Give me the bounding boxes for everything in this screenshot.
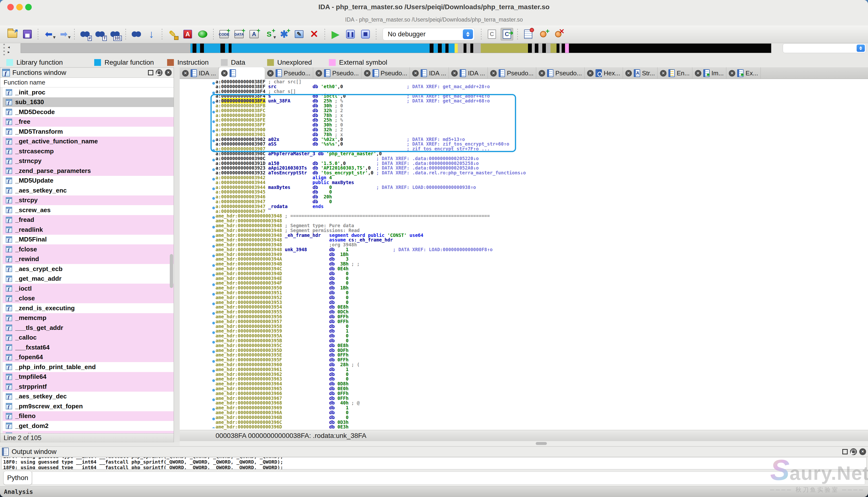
patch-icon[interactable]: ✎	[166, 28, 179, 40]
navband-drag-handle[interactable]	[3, 44, 5, 57]
function-row[interactable]: _rewind	[0, 254, 174, 264]
close-tab-icon[interactable]: ✕	[587, 70, 594, 76]
rename-icon[interactable]: A+	[248, 28, 260, 40]
python-interpreter-button[interactable]: Python	[3, 471, 32, 485]
close-output-icon[interactable]: ×	[859, 448, 866, 455]
create-string-icon[interactable]: S+▼	[263, 28, 275, 40]
navigate-forward-icon[interactable]: ➡▼	[57, 28, 70, 40]
close-panel-icon[interactable]: ×	[165, 69, 172, 76]
undefine-icon[interactable]: ✕	[308, 28, 321, 40]
close-tab-icon[interactable]: ✕	[451, 70, 458, 76]
tab-hex[interactable]: ✕Hex...	[585, 67, 623, 79]
function-row[interactable]: _aes_setkey_dec	[0, 392, 174, 401]
function-row[interactable]: _free	[0, 117, 174, 127]
stepper-icon[interactable]	[857, 45, 865, 52]
function-row[interactable]: _malloc	[0, 431, 174, 434]
function-row[interactable]: _pm9screw_ext_fopen	[0, 401, 174, 411]
function-row[interactable]: _get_mac_addr	[0, 274, 174, 284]
navigation-band[interactable]	[20, 43, 771, 53]
breakpoint-add-icon[interactable]: +	[537, 28, 550, 40]
function-row[interactable]: _strpprintf	[0, 382, 174, 392]
close-tab-icon[interactable]: ✕	[267, 70, 274, 76]
create-data-icon[interactable]: DATA+	[233, 28, 245, 40]
tab-ida[interactable]: ✕IDA ...	[449, 67, 488, 79]
produce-c-file-icon[interactable]: C	[486, 28, 498, 40]
close-tab-icon[interactable]: ✕	[539, 70, 545, 76]
function-row[interactable]: _zend_parse_parameters	[0, 166, 174, 176]
function-row[interactable]: _fread	[0, 215, 174, 225]
function-row[interactable]: _calloc	[0, 333, 174, 343]
search-binary-icon[interactable]: 101	[109, 28, 121, 40]
function-row[interactable]: _MD5Decode	[0, 107, 174, 117]
restore-panel-icon[interactable]	[148, 70, 153, 75]
debugger-select[interactable]: No debugger	[383, 28, 475, 40]
function-row[interactable]: _init_proc	[0, 87, 174, 97]
tab-pseudo[interactable]: ✕Pseudo...	[265, 67, 313, 79]
tab-active[interactable]: ✕	[219, 67, 265, 79]
jump-xref-icon[interactable]	[130, 28, 143, 40]
function-row[interactable]: _fopen64	[0, 352, 174, 362]
restore-output-icon[interactable]	[842, 449, 848, 454]
tab-ex[interactable]: ✕Ex...	[726, 67, 761, 79]
function-row[interactable]: _zend_is_executing	[0, 303, 174, 313]
tab-ida[interactable]: ✕IDA ...	[410, 67, 449, 79]
close-tab-icon[interactable]: ✕	[364, 70, 371, 76]
function-row[interactable]: _MD5Update	[0, 176, 174, 186]
edit-icon[interactable]: ✎	[293, 28, 305, 40]
function-row[interactable]: _php_info_print_table_end	[0, 362, 174, 372]
breakpoint-delete-icon[interactable]: ✕	[552, 28, 565, 40]
save-icon[interactable]	[21, 28, 34, 40]
tab-pseudo[interactable]: ✕Pseudo...	[313, 67, 361, 79]
close-tab-icon[interactable]: ✕	[490, 70, 497, 76]
jump-address-icon[interactable]: ↓	[145, 28, 158, 40]
function-row[interactable]: _strncpy	[0, 156, 174, 166]
functions-window-titlebar[interactable]: Functions window ×	[0, 68, 174, 78]
close-tab-icon[interactable]: ✕	[625, 70, 632, 76]
function-row[interactable]: sub_1630	[0, 97, 174, 107]
function-row[interactable]: _memcmp	[0, 313, 174, 323]
disassembly-hscrollbar[interactable]	[180, 441, 868, 446]
pseudocode-icon[interactable]: C	[501, 28, 513, 40]
tab-im[interactable]: ✕Im...	[693, 67, 727, 79]
close-tab-icon[interactable]: ✕	[729, 70, 735, 76]
function-row[interactable]: ___fxstat64	[0, 342, 174, 352]
function-row[interactable]: _screw_aes	[0, 205, 174, 215]
close-tab-icon[interactable]: ✕	[316, 70, 322, 76]
open-file-icon[interactable]	[6, 28, 19, 40]
navband-zoom-select[interactable]	[783, 43, 866, 53]
function-row[interactable]: _MD5Final	[0, 235, 174, 245]
debugger-stop-icon[interactable]	[359, 28, 372, 40]
function-row[interactable]: _tmpfile64	[0, 372, 174, 382]
function-row[interactable]: _fileno	[0, 411, 174, 421]
tab-ida[interactable]: ✕IDA ...	[180, 67, 219, 79]
tab-str[interactable]: ✕Str...	[623, 67, 657, 79]
search-text-icon[interactable]: T	[94, 28, 106, 40]
function-row[interactable]: _aes_crypt_ecb	[0, 264, 174, 274]
function-row[interactable]: ___tls_get_addr	[0, 323, 174, 333]
close-tab-icon[interactable]: ✕	[412, 70, 419, 76]
clipboard-icon[interactable]	[522, 28, 535, 40]
search-immediate-icon[interactable]: #	[79, 28, 91, 40]
debugger-pause-icon[interactable]: ❚❚	[344, 28, 357, 40]
analysis-indicator-icon[interactable]	[196, 28, 209, 40]
function-row[interactable]: _fclose	[0, 244, 174, 254]
function-row[interactable]: _get_dom2	[0, 421, 174, 431]
debugger-start-icon[interactable]: ▶	[329, 28, 342, 40]
problems-icon[interactable]: A	[181, 28, 194, 40]
function-row[interactable]: _strcasecmp	[0, 146, 174, 156]
float-output-icon[interactable]	[850, 448, 857, 455]
python-command-input[interactable]	[32, 471, 865, 485]
panel-splitter[interactable]	[174, 67, 180, 442]
function-row[interactable]: _strcpy	[0, 196, 174, 205]
disassembly-line[interactable]: ame_hdr:000000000000396D db 0E3h	[215, 425, 526, 429]
function-row[interactable]: _MD5Transform	[0, 127, 174, 137]
tab-pseudo[interactable]: ✕Pseudo...	[536, 67, 585, 79]
function-row[interactable]: _aes_setkey_enc	[0, 186, 174, 196]
close-tab-icon[interactable]: ✕	[695, 70, 701, 76]
stepper-icon[interactable]	[463, 29, 473, 39]
output-log[interactable]: 18F0: using guessed type __int64 __fastc…	[1, 457, 867, 469]
float-panel-icon[interactable]	[156, 69, 162, 76]
close-tab-icon[interactable]: ✕	[660, 70, 667, 76]
create-struct-icon[interactable]: ✱+	[278, 28, 290, 40]
functions-scrollbar[interactable]	[170, 254, 173, 288]
